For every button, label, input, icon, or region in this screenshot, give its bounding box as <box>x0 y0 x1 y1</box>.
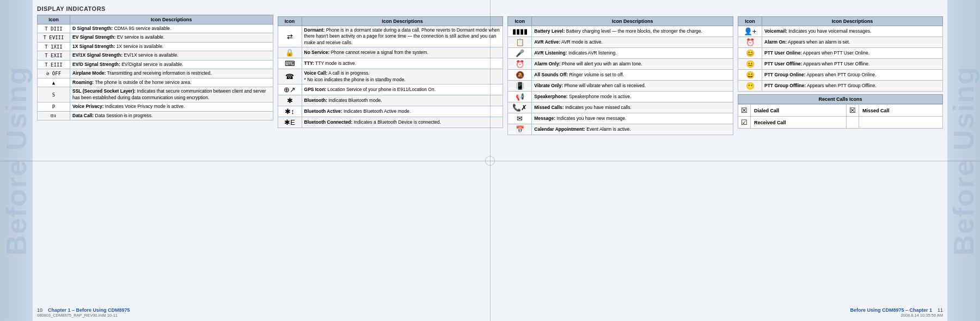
icon-cell: ⌨ <box>278 58 302 69</box>
desc-cell: EV/D Signal Strength: EV/Digital service… <box>70 60 273 69</box>
desc-cell: Speakerphone: Speakerphone mode is activ… <box>532 92 733 102</box>
footer-date: 2008.8.14 10:35:56 AM <box>901 313 943 318</box>
icon-cell: ✱ <box>278 95 302 106</box>
icon-cell: T EXII <box>38 51 70 60</box>
table-row: ✱E Bluetooth Connected: Indicates a Blue… <box>278 117 503 128</box>
desc-cell: AVR Active: AVR mode is active. <box>532 37 733 48</box>
icon-cell: ✉ <box>508 113 532 124</box>
right-banner-text: Before Using <box>947 66 980 256</box>
icon-cell: ✱↕ <box>278 106 302 117</box>
table-row: 😄 PTT Group Online: Appears when PTT Gro… <box>738 70 943 81</box>
panel4-col2-header: Icon Descriptions <box>762 17 943 26</box>
table-row: ⏰ Alarm On: Appears when an alarm is set… <box>738 37 943 48</box>
desc-cell: TTY: TTY mode is active. <box>302 58 503 69</box>
table-row: T EVIII EV Signal Strength: EV service i… <box>38 33 273 42</box>
table-row: P Voice Privacy: Indicates Voice Privacy… <box>38 102 273 111</box>
table-row: S SSL (Secured Socket Layer): Indicates … <box>38 87 273 102</box>
icon-cell: ▲ <box>38 78 70 87</box>
desc-cell: Alarm On: Appears when an alarm is set. <box>762 37 943 48</box>
icon-cell: T DIII <box>38 25 70 33</box>
icon-cell: 📢 <box>508 92 532 102</box>
icon-cell: 😄 <box>738 70 762 81</box>
footer-right: Before Using CDM8975 – Chapter 1 11 2008… <box>850 307 943 318</box>
panel4: Icon Icon Descriptions 👤+ Voicemail: Ind… <box>738 5 943 305</box>
desc-cell: Airplane Mode: Transmitting and receivin… <box>70 69 273 78</box>
table-row: ▮▮▮▮ Battery Level: Battery charging lev… <box>508 26 733 37</box>
panel2-col1-header: Icon <box>278 17 302 26</box>
desc-cell: EV Signal Strength: EV service is availa… <box>70 33 273 42</box>
icon-cell: 📞✗ <box>508 102 532 113</box>
table-row: 🎤 AVR Listening: Indicates AVR listening… <box>508 48 733 59</box>
icon-cell: ✱E <box>278 117 302 128</box>
table-row: T EIII EV/D Signal Strength: EV/Digital … <box>38 60 273 69</box>
table-row: 😶 PTT Group Offline: Appears when PTT Gr… <box>738 81 943 92</box>
recent-calls-row: ☑ Received Call <box>738 117 943 129</box>
desc-cell: Bluetooth Connected: Indicates a Bluetoo… <box>302 117 503 128</box>
desc-cell: GPS Icon: Location Service of your phone… <box>302 84 503 95</box>
table-row: 📳 Vibrate Only: Phone will vibrate when … <box>508 81 733 92</box>
desc-cell: Voice Call: A call is in progress.* No i… <box>302 69 503 84</box>
table-row: ✱↕ Bluetooth Active: Indicates Bluetooth… <box>278 106 503 117</box>
recent-calls-title: Recent Calls Icons <box>738 94 943 104</box>
table-row: 📞✗ Missed Calls: Indicates you have miss… <box>508 102 733 113</box>
table-row: 👤+ Voicemail: Indicates you have voicema… <box>738 26 943 37</box>
panel3-table: Icon Icon Descriptions ▮▮▮▮ Battery Leve… <box>507 16 733 135</box>
panel3: Icon Icon Descriptions ▮▮▮▮ Battery Leve… <box>507 5 733 305</box>
dialed-call-label: Dialed Call <box>751 105 847 117</box>
table-row: ✱ Bluetooth: Indicates Bluetooth mode. <box>278 95 503 106</box>
icon-cell: ⊡↕ <box>38 111 70 120</box>
desc-cell: PTT Group Offline: Appears when PTT Grou… <box>762 81 943 92</box>
table-row: T 1XII 1X Signal Strength: 1X service is… <box>38 42 273 51</box>
missed-call-icon: ☒ <box>847 105 859 117</box>
footer-left-chapter: Chapter 1 – Before Using CDM8975 <box>48 307 130 313</box>
footer-left: 10 Chapter 1 – Before Using CDM8975 0808… <box>37 307 130 318</box>
panel1-table: Icon Icon Descriptions T DIII D Signal S… <box>37 15 273 120</box>
desc-cell: AVR Listening: Indicates AVR listening. <box>532 48 733 59</box>
icon-cell: 📅 <box>508 124 532 135</box>
dialed-call-icon: ☑ <box>738 117 751 129</box>
icon-cell: P <box>38 102 70 111</box>
panel4-table-top: Icon Icon Descriptions 👤+ Voicemail: Ind… <box>738 16 943 92</box>
desc-cell: Calendar Appointment: Event Alarm is act… <box>532 124 733 135</box>
icon-cell: ⊕↗ <box>278 84 302 95</box>
icon-cell: S <box>38 87 70 102</box>
footer-right-chapter: Before Using CDM8975 – Chapter 1 <box>850 307 932 313</box>
icon-cell: ⊘ OFF <box>38 69 70 78</box>
desc-cell: Roaming: The phone is outside of the hom… <box>70 78 273 87</box>
icon-cell: 🔕 <box>508 70 532 81</box>
desc-cell: Bluetooth Active: Indicates Bluetooth Ac… <box>302 106 503 117</box>
desc-cell: Missed Calls: Indicates you have missed … <box>532 102 733 113</box>
table-row: T EXII EV/1X Signal Strength: EV/1X serv… <box>38 51 273 60</box>
panel3-col2-header: Icon Descriptions <box>532 17 733 26</box>
desc-cell: D Signal Strength: CDMA 9S service avail… <box>70 25 273 33</box>
icon-cell: ⏰ <box>508 59 532 70</box>
table-row: ⊕↗ GPS Icon: Location Service of your ph… <box>278 84 503 95</box>
table-row: T DIII D Signal Strength: CDMA 9S servic… <box>38 25 273 33</box>
table-row: 📢 Speakerphone: Speakerphone mode is act… <box>508 92 733 102</box>
recent-calls-table: ☒ Dialed Call ☒ Missed Call ☑ Received C… <box>738 104 943 129</box>
missed-call-label: Missed Call <box>859 105 943 117</box>
table-row: 🔕 All Sounds Off: Ringer volume is set t… <box>508 70 733 81</box>
columns-row: DISPLAY INDICATORS Icon Icon Description… <box>37 5 943 305</box>
icon-cell: 😐 <box>738 59 762 70</box>
table-row: ⊡↕ Data Call: Data Session is in progres… <box>38 111 273 120</box>
table-row: ⏰ Alarm Only: Phone will alert you with … <box>508 59 733 70</box>
table-row: ✉ Message: Indicates you have new messag… <box>508 113 733 124</box>
icon-cell: ⇄ <box>278 26 302 47</box>
icon-cell: 📳 <box>508 81 532 92</box>
desc-cell: Voice Privacy: Indicates Voice Privacy m… <box>70 102 273 111</box>
desc-cell: Bluetooth: Indicates Bluetooth mode. <box>302 95 503 106</box>
footer: 10 Chapter 1 – Before Using CDM8975 0808… <box>37 305 943 318</box>
icon-cell: 👤+ <box>738 26 762 37</box>
page-wrapper: Before Using DISPLAY INDICATORS Icon Ico… <box>0 0 980 321</box>
icon-cell: ⏰ <box>738 37 762 48</box>
panel1-col2-header: Icon Descriptions <box>70 15 273 25</box>
icon-cell: 🎤 <box>508 48 532 59</box>
table-row: 😐 PTT User Offline: Appears when PTT Use… <box>738 59 943 70</box>
panel4-col1-header: Icon <box>738 17 762 26</box>
desc-cell: SSL (Secured Socket Layer): Indicates th… <box>70 87 273 102</box>
desc-cell: EV/1X Signal Strength: EV/1X service is … <box>70 51 273 60</box>
table-row: 📋 AVR Active: AVR mode is active. <box>508 37 733 48</box>
dialed-call-label: Received Call <box>751 117 847 129</box>
recent-calls-row: ☒ Dialed Call ☒ Missed Call <box>738 105 943 117</box>
